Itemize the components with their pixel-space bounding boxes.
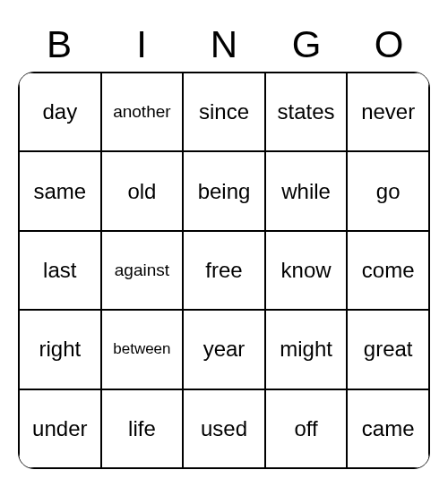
- bingo-cell[interactable]: go: [347, 151, 429, 230]
- bingo-cell[interactable]: while: [265, 151, 348, 230]
- header-o: O: [348, 18, 430, 72]
- bingo-cell[interactable]: under: [19, 389, 101, 468]
- bingo-cell[interactable]: another: [101, 73, 184, 151]
- bingo-cell[interactable]: old: [101, 151, 184, 230]
- bingo-cell[interactable]: might: [265, 310, 348, 389]
- bingo-cell[interactable]: last: [19, 231, 101, 310]
- bingo-cell[interactable]: off: [265, 389, 348, 468]
- bingo-cell[interactable]: being: [183, 151, 265, 230]
- header-g: G: [265, 18, 348, 72]
- bingo-cell[interactable]: year: [183, 310, 265, 389]
- header-b: B: [18, 18, 100, 72]
- bingo-cell[interactable]: same: [19, 151, 101, 230]
- bingo-cell[interactable]: used: [183, 389, 265, 468]
- header-n: N: [183, 18, 265, 72]
- bingo-cell[interactable]: since: [183, 73, 265, 151]
- bingo-cell[interactable]: come: [347, 231, 429, 310]
- bingo-cell[interactable]: against: [101, 231, 184, 310]
- bingo-cell[interactable]: life: [101, 389, 184, 468]
- bingo-cell[interactable]: day: [19, 73, 101, 151]
- bingo-grid: dayanothersincestatesneversameoldbeingwh…: [18, 72, 430, 469]
- bingo-cell[interactable]: know: [265, 231, 348, 310]
- bingo-cell[interactable]: right: [19, 310, 101, 389]
- header-i: I: [100, 18, 183, 72]
- bingo-card: B I N G O dayanothersincestatesneversame…: [18, 18, 430, 469]
- bingo-cell[interactable]: free: [183, 231, 265, 310]
- bingo-cell[interactable]: great: [347, 310, 429, 389]
- bingo-header: B I N G O: [18, 18, 430, 72]
- bingo-cell[interactable]: came: [347, 389, 429, 468]
- bingo-cell[interactable]: between: [101, 310, 184, 389]
- bingo-cell[interactable]: states: [265, 73, 348, 151]
- bingo-cell[interactable]: never: [347, 73, 429, 151]
